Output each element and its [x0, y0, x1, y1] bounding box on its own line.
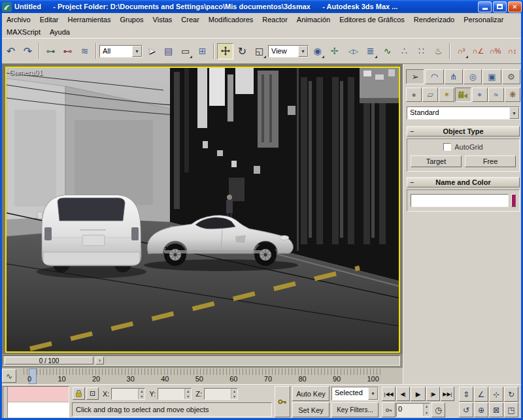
menu-editar[interactable]: Editar: [35, 16, 63, 24]
tab-hierarchy[interactable]: ⋔: [445, 69, 463, 84]
select-and-scale-button[interactable]: ◱: [251, 43, 267, 59]
titlebar[interactable]: Untitled - Project Folder: D:\Documents …: [0, 0, 523, 13]
time-slider-step-button[interactable]: ›: [95, 357, 104, 364]
go-to-start-button[interactable]: |◀◀: [382, 387, 396, 401]
align-button[interactable]: ≣: [362, 43, 379, 59]
x-spinner[interactable]: ▲▼: [138, 389, 144, 399]
camera-category-dropdown[interactable]: Standard ▼: [407, 106, 520, 120]
unlink-selection-button[interactable]: ⊷: [59, 43, 76, 59]
select-and-move-button[interactable]: [217, 43, 233, 59]
subtab-geometry[interactable]: ●: [406, 88, 422, 102]
minimize-button[interactable]: [478, 1, 492, 12]
name-and-color-rollout-header[interactable]: − Name and Color: [407, 177, 520, 187]
select-by-name-button[interactable]: ▤: [160, 43, 177, 59]
roll-camera-button[interactable]: ↺: [459, 402, 473, 417]
select-and-manipulate-button[interactable]: ✢: [326, 43, 343, 59]
close-button[interactable]: ✕: [508, 1, 522, 12]
render-setup-button[interactable]: ♨: [430, 43, 447, 59]
menu-archivo[interactable]: Archivo: [2, 16, 35, 24]
selection-filter-dropdown[interactable]: All ▼: [99, 45, 143, 57]
subtab-cameras[interactable]: [455, 88, 471, 102]
select-object-button[interactable]: ➤: [143, 43, 160, 59]
menu-ayuda[interactable]: Ayuda: [45, 28, 75, 36]
y-value[interactable]: [158, 389, 184, 399]
menu-vistas[interactable]: Vistas: [148, 16, 177, 24]
material-editor-button[interactable]: ∷: [413, 43, 430, 59]
zoom-button[interactable]: ⊕: [474, 402, 488, 417]
spinner-down-icon[interactable]: ▼: [139, 394, 144, 399]
x-value[interactable]: [112, 389, 138, 399]
z-coordinate-field[interactable]: ▲▼: [204, 388, 238, 400]
menu-modificadores[interactable]: Modificadores: [204, 16, 258, 24]
mini-curve-editor-button[interactable]: ∿: [2, 369, 16, 383]
maxscript-mini-listener[interactable]: [3, 386, 69, 419]
bind-to-space-warp-button[interactable]: ≋: [76, 43, 93, 59]
spinner-snap-button[interactable]: ∩↕: [504, 43, 520, 59]
use-pivot-center-button[interactable]: ◉: [309, 43, 326, 59]
spinner-up-icon[interactable]: ▲: [231, 389, 237, 394]
select-and-link-button[interactable]: ⊶: [42, 43, 59, 59]
curve-editor-button[interactable]: ∿: [379, 43, 396, 59]
orbit-camera-button[interactable]: ↻: [504, 387, 518, 402]
selection-lock-toggle[interactable]: [73, 387, 85, 400]
spinner-down-icon[interactable]: ▼: [231, 394, 237, 399]
menu-reactor[interactable]: Reactor: [258, 16, 292, 24]
maximize-button[interactable]: [493, 1, 507, 12]
truck-camera-button[interactable]: ⊹: [489, 387, 503, 402]
absolute-offset-toggle[interactable]: ⊡: [86, 387, 99, 400]
free-camera-button[interactable]: Free: [465, 155, 516, 167]
menu-renderizado[interactable]: Renderiz­ado: [409, 16, 459, 24]
frame-number-value[interactable]: 0: [397, 404, 423, 416]
angle-snap-button[interactable]: ∩∠: [470, 43, 486, 59]
previous-frame-button[interactable]: ◀|: [396, 387, 410, 401]
listener-scrollbar[interactable]: [3, 387, 8, 418]
redo-button[interactable]: ↷: [20, 43, 36, 59]
subtab-shapes[interactable]: ▱: [422, 88, 438, 102]
z-value[interactable]: [205, 389, 231, 399]
object-type-rollout-header[interactable]: − Object Type: [407, 126, 520, 137]
spinner-up-icon[interactable]: ▲: [185, 389, 191, 394]
selection-filter-arrow-icon[interactable]: ▼: [132, 46, 142, 57]
menu-personalizar[interactable]: Personalizar: [459, 16, 508, 24]
min-max-toggle-button[interactable]: ◳: [504, 402, 518, 417]
spinner-down-icon[interactable]: ▼: [185, 394, 191, 399]
time-configuration-button[interactable]: ◷: [431, 402, 445, 417]
go-to-end-button[interactable]: ▶▶|: [441, 387, 454, 401]
menu-crear[interactable]: Crear: [177, 16, 204, 24]
listener-output-pane[interactable]: [3, 402, 69, 417]
rectangular-selection-region-button[interactable]: ▭: [177, 43, 194, 59]
frame-spinner[interactable]: ▲▼: [423, 404, 430, 416]
y-spinner[interactable]: ▲▼: [184, 389, 191, 399]
object-name-input[interactable]: [411, 194, 509, 207]
percent-snap-button[interactable]: ∩%: [487, 43, 503, 59]
key-mode-toggle-button[interactable]: [382, 402, 396, 417]
track-bar[interactable]: ∿ 0 10 20 30 40 50 60 70 80 90 100: [0, 367, 403, 384]
undo-button[interactable]: ↶: [3, 43, 19, 59]
menu-editores-de-graficos[interactable]: Editores de Gráficos: [335, 16, 409, 24]
zoom-extents-button[interactable]: ⊠: [489, 402, 503, 417]
selection-set-dropdown[interactable]: Selected ▼: [331, 387, 379, 400]
menu-herramientas[interactable]: Herramientas: [63, 16, 115, 24]
spinner-up-icon[interactable]: ▲: [139, 389, 144, 394]
tab-utilities[interactable]: ⚙: [502, 69, 520, 84]
play-animation-button[interactable]: ▶: [411, 387, 426, 401]
time-slider-handle[interactable]: 0 / 100: [5, 357, 93, 364]
object-color-swatch[interactable]: [511, 194, 516, 207]
x-coordinate-field[interactable]: ▲▼: [111, 388, 145, 400]
reference-coordinate-dropdown[interactable]: View ▼: [268, 45, 309, 57]
mirror-button[interactable]: ◁▷: [345, 43, 362, 59]
camera-category-arrow-icon[interactable]: ▼: [509, 107, 519, 119]
tab-create[interactable]: ➢: [406, 69, 424, 84]
selection-set-arrow-icon[interactable]: ▼: [368, 387, 378, 400]
menu-maxscript[interactable]: MAXScript: [2, 28, 45, 36]
subtab-systems[interactable]: ❋: [505, 88, 520, 102]
z-spinner[interactable]: ▲▼: [231, 389, 237, 399]
set-keys-button[interactable]: [275, 386, 290, 417]
menu-animacion[interactable]: Animación: [292, 16, 335, 24]
time-slider-track[interactable]: 0 / 100 ›: [3, 355, 400, 366]
subtab-lights[interactable]: ✶: [439, 88, 454, 102]
y-coordinate-field[interactable]: ▲▼: [158, 388, 192, 400]
next-frame-button[interactable]: |▶: [426, 387, 440, 401]
field-of-view-button[interactable]: ∠: [474, 387, 488, 402]
listener-macro-pane[interactable]: [3, 387, 69, 402]
